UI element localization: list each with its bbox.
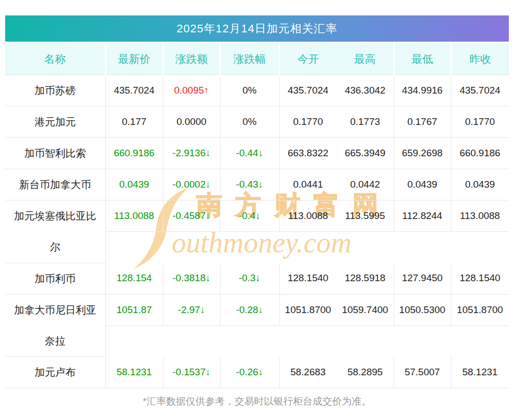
currency-pair-name: 加币智利比索 [5, 138, 105, 169]
prev-close-cell: 58.1231 [451, 357, 509, 388]
low-cell: 0.1767 [394, 106, 451, 138]
low-cell: 127.9450 [394, 263, 451, 294]
latest-price-cell: 128.154 [105, 263, 163, 294]
change-percent-cell: -0.28↓ [220, 294, 279, 325]
empty-cell [220, 325, 279, 357]
currency-pair-name: 加币苏磅 [5, 75, 105, 106]
change-amount-cell: 0.0000 [163, 106, 220, 138]
table-row: 加元埃塞俄比亚比尔113.0088-0.4587↓-0.4↓113.008811… [5, 200, 509, 232]
empty-cell [279, 232, 337, 263]
prev-close-cell: 0.0439 [451, 169, 509, 200]
open-cell: 1051.8700 [279, 294, 337, 325]
column-header-name: 名称 [5, 43, 105, 75]
column-header-change: 涨跌额 [163, 43, 220, 75]
table-row: 港元加元0.1770.00000%0.17700.17730.17670.177… [5, 106, 509, 138]
column-header-change-pct: 涨跌幅 [220, 43, 279, 75]
table-header-row: 名称 最新价 涨跌额 涨跌幅 今开 最高 最低 昨收 [5, 43, 509, 75]
change-percent-cell: 0% [220, 75, 279, 106]
change-amount-cell: -0.0002↓ [163, 169, 220, 200]
column-header-high: 最高 [337, 43, 394, 75]
low-cell: 1050.5300 [394, 294, 451, 325]
change-amount-cell: -2.9136↓ [163, 138, 220, 169]
page-title: 2025年12月14日加元相关汇率 [5, 15, 509, 42]
currency-pair-name: 港元加元 [5, 106, 105, 138]
change-amount-cell: -0.3818↓ [163, 263, 220, 294]
column-header-latest: 最新价 [105, 43, 163, 75]
rates-table: 名称 最新价 涨跌额 涨跌幅 今开 最高 最低 昨收 加币苏磅435.70240… [5, 43, 509, 388]
column-header-open: 今开 [279, 43, 337, 75]
table-row: 加拿大币尼日利亚奈拉1051.87-2.97↓-0.28↓1051.870010… [5, 294, 509, 325]
empty-cell [163, 325, 220, 357]
high-cell: 113.5995 [337, 200, 394, 232]
open-cell: 435.7024 [279, 75, 337, 106]
high-cell: 58.2895 [337, 357, 394, 388]
prev-close-cell: 113.0088 [451, 200, 509, 232]
high-cell: 436.3042 [337, 75, 394, 106]
latest-price-cell: 1051.87 [105, 294, 163, 325]
currency-pair-name: 新台币加拿大币 [5, 169, 105, 200]
empty-cell [394, 232, 451, 263]
high-cell: 1059.7400 [337, 294, 394, 325]
empty-cell [394, 325, 451, 357]
empty-cell [451, 325, 509, 357]
low-cell: 0.0439 [394, 169, 451, 200]
table-row: 加元卢布58.1231-0.1537↓-0.26↓58.268358.28955… [5, 357, 509, 388]
currency-pair-name: 加币利币 [5, 263, 105, 294]
prev-close-cell: 660.9186 [451, 138, 509, 169]
change-percent-cell: -0.4↓ [220, 200, 279, 232]
change-amount-cell: -0.4587↓ [163, 200, 220, 232]
rate-table-container: 南方财富网 outhmoney.com 2025年12月14日加元相关汇率 名称… [5, 15, 509, 408]
high-cell: 0.0442 [337, 169, 394, 200]
low-cell: 434.9916 [394, 75, 451, 106]
latest-price-cell: 58.1231 [105, 357, 163, 388]
change-percent-cell: 0% [220, 106, 279, 138]
change-percent-cell: -0.3↓ [220, 263, 279, 294]
column-header-prev-close: 昨收 [451, 43, 509, 75]
empty-cell [105, 325, 163, 357]
latest-price-cell: 435.7024 [105, 75, 163, 106]
currency-pair-name: 加拿大币尼日利亚奈拉 [5, 294, 105, 357]
open-cell: 0.1770 [279, 106, 337, 138]
latest-price-cell: 660.9186 [105, 138, 163, 169]
change-percent-cell: -0.26↓ [220, 357, 279, 388]
prev-close-cell: 435.7024 [451, 75, 509, 106]
currency-pair-name: 加元卢布 [5, 357, 105, 388]
latest-price-cell: 0.177 [105, 106, 163, 138]
latest-price-cell: 0.0439 [105, 169, 163, 200]
empty-cell [337, 232, 394, 263]
column-header-low: 最低 [394, 43, 451, 75]
currency-pair-name: 加元埃塞俄比亚比尔 [5, 200, 105, 263]
change-percent-cell: -0.43↓ [220, 169, 279, 200]
open-cell: 128.1540 [279, 263, 337, 294]
latest-price-cell: 113.0088 [105, 200, 163, 232]
high-cell: 128.5918 [337, 263, 394, 294]
empty-cell [337, 325, 394, 357]
table-row: 新台币加拿大币0.0439-0.0002↓-0.43↓0.04410.04420… [5, 169, 509, 200]
empty-cell [163, 232, 220, 263]
exchange-rate-page: 南方财富网 outhmoney.com 2025年12月14日加元相关汇率 名称… [0, 0, 514, 420]
low-cell: 57.5007 [394, 357, 451, 388]
open-cell: 113.0088 [279, 200, 337, 232]
empty-cell [451, 232, 509, 263]
prev-close-cell: 1051.8700 [451, 294, 509, 325]
change-amount-cell: -2.97↓ [163, 294, 220, 325]
prev-close-cell: 128.1540 [451, 263, 509, 294]
disclaimer-text: *汇率数据仅供参考，交易时以银行柜台成交价为准。 [5, 395, 509, 408]
table-row: 加币苏磅435.70240.0095↑0%435.7024436.3042434… [5, 75, 509, 106]
low-cell: 659.2698 [394, 138, 451, 169]
open-cell: 0.0441 [279, 169, 337, 200]
high-cell: 665.3949 [337, 138, 394, 169]
change-amount-cell: 0.0095↑ [163, 75, 220, 106]
low-cell: 112.8244 [394, 200, 451, 232]
empty-cell [279, 325, 337, 357]
table-row: 加币利币128.154-0.3818↓-0.3↓128.1540128.5918… [5, 263, 509, 294]
open-cell: 58.2683 [279, 357, 337, 388]
table-row: 加币智利比索660.9186-2.9136↓-0.44↓663.8322665.… [5, 138, 509, 169]
open-cell: 663.8322 [279, 138, 337, 169]
empty-cell [220, 232, 279, 263]
high-cell: 0.1773 [337, 106, 394, 138]
change-percent-cell: -0.44↓ [220, 138, 279, 169]
rates-table-body: 加币苏磅435.70240.0095↑0%435.7024436.3042434… [5, 75, 509, 388]
empty-cell [105, 232, 163, 263]
prev-close-cell: 0.1770 [451, 106, 509, 138]
